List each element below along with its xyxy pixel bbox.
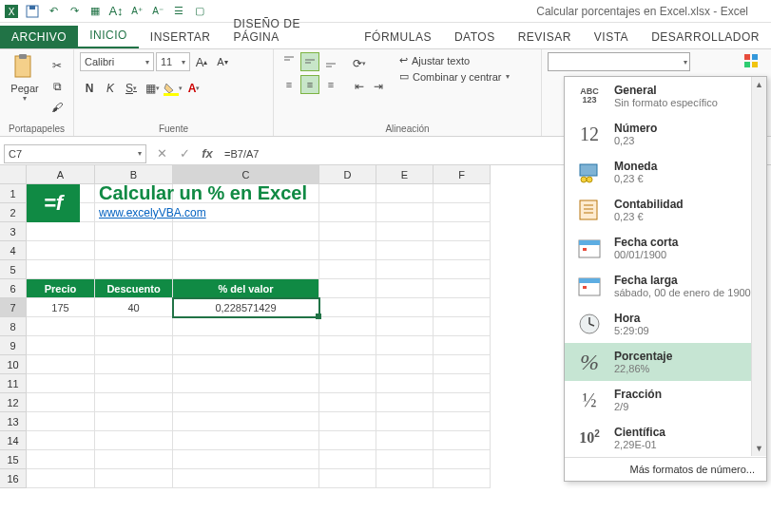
cell-B15[interactable] [95,450,173,469]
cell-F6[interactable] [434,279,491,298]
cell-B12[interactable] [95,393,173,412]
cell-F11[interactable] [434,374,491,393]
cell-F2[interactable] [434,203,491,222]
format-option-cientifica[interactable]: 102Científica2,29E-01 [565,419,766,457]
cell-B1[interactable]: Calcular un % en Excel [95,184,173,203]
cell-D4[interactable] [319,241,376,260]
format-option-general[interactable]: ABC123GeneralSin formato específico [565,77,766,115]
cell-A13[interactable] [27,412,95,431]
cell-B6[interactable]: Descuento [95,279,173,298]
row-header-8[interactable]: 8 [0,317,27,336]
cancel-formula-icon[interactable]: ✕ [150,144,173,163]
cell-D3[interactable] [319,222,376,241]
col-header-D[interactable]: D [319,165,376,184]
cell-A11[interactable] [27,374,95,393]
cell-C12[interactable] [173,393,319,412]
cell-B11[interactable] [95,374,173,393]
cell-C15[interactable] [173,450,319,469]
cell-B16[interactable] [95,469,173,488]
cell-E4[interactable] [376,241,434,260]
number-format-select[interactable]: ▾ [548,52,690,71]
cut-icon[interactable]: ✂ [48,56,67,75]
cell-A16[interactable] [27,469,95,488]
cell-A14[interactable] [27,431,95,450]
cell-A9[interactable] [27,336,95,355]
qat-icon[interactable]: ▢ [192,4,207,19]
tab-vista[interactable]: VISTA [583,26,640,48]
underline-button[interactable]: S▾ [122,79,141,98]
cell-F8[interactable] [434,317,491,336]
font-color-button[interactable]: A▾ [184,79,203,98]
format-option-porcentaje[interactable]: %Porcentaje22,86% [565,343,766,381]
qat-icon[interactable]: A⁻ [150,4,165,19]
cell-E5[interactable] [376,260,434,279]
orientation-icon[interactable]: ⟳▾ [350,54,369,73]
cell-F16[interactable] [434,469,491,488]
row-header-4[interactable]: 4 [0,241,27,260]
align-top-icon[interactable] [279,52,299,71]
row-header-12[interactable]: 12 [0,393,27,412]
align-bottom-icon[interactable] [321,52,340,71]
align-left-icon[interactable]: ≡ [279,75,299,94]
cell-E8[interactable] [376,317,434,336]
cell-B3[interactable] [95,222,173,241]
row-header-6[interactable]: 6 [0,279,27,298]
decrease-indent-icon[interactable]: ⇤ [350,77,369,96]
cell-E10[interactable] [376,355,434,374]
fx-icon[interactable]: fx [196,144,219,163]
cell-A10[interactable] [27,355,95,374]
cell-C6[interactable]: % del valor [173,279,319,298]
cell-C8[interactable] [173,317,319,336]
cell-D9[interactable] [319,336,376,355]
cell-B9[interactable] [95,336,173,355]
paste-button[interactable]: Pegar ▾ [6,52,44,122]
wrap-text-button[interactable]: ↩Ajustar texto [399,54,510,66]
cell-D13[interactable] [319,412,376,431]
cell-A8[interactable] [27,317,95,336]
qat-icon[interactable]: A⁺ [129,4,145,19]
confirm-formula-icon[interactable]: ✓ [173,144,196,163]
cell-C4[interactable] [173,241,319,260]
row-header-2[interactable]: 2 [0,203,27,222]
align-right-icon[interactable]: ≡ [321,75,340,94]
cell-D2[interactable] [319,203,376,222]
cell-F14[interactable] [434,431,491,450]
tab-diseno[interactable]: DISEÑO DE PÁGINA [222,12,353,48]
excel-icon[interactable]: X [4,4,19,19]
cell-E13[interactable] [376,412,434,431]
cell-F15[interactable] [434,450,491,469]
border-button[interactable]: ▦▾ [143,79,162,98]
cell-E2[interactable] [376,203,434,222]
cell-E9[interactable] [376,336,434,355]
cell-D15[interactable] [319,450,376,469]
more-formats-link[interactable]: Más formatos de número... [565,457,766,481]
cell-E12[interactable] [376,393,434,412]
row-header-14[interactable]: 14 [0,431,27,450]
col-header-B[interactable]: B [95,165,173,184]
row-header-13[interactable]: 13 [0,412,27,431]
qat-icon[interactable]: ▦ [87,4,103,19]
cell-C5[interactable] [173,260,319,279]
cell-C2[interactable] [173,203,319,222]
cell-C7[interactable]: 0,228571429 [173,298,319,317]
cell-C1[interactable] [173,184,319,203]
row-header-10[interactable]: 10 [0,355,27,374]
cell-D8[interactable] [319,317,376,336]
cell-F5[interactable] [434,260,491,279]
cell-A15[interactable] [27,450,95,469]
cell-D16[interactable] [319,469,376,488]
format-option-numero[interactable]: 12Número0,23 [565,115,766,153]
redo-icon[interactable]: ↷ [67,4,82,19]
cell-E14[interactable] [376,431,434,450]
format-option-fechacorta[interactable]: Fecha corta00/01/1900 [565,229,766,267]
cell-E11[interactable] [376,374,434,393]
row-header-16[interactable]: 16 [0,469,27,488]
cell-B4[interactable] [95,241,173,260]
cell-B14[interactable] [95,431,173,450]
cell-A4[interactable] [27,241,95,260]
col-header-C[interactable]: C [173,165,319,184]
copy-icon[interactable]: ⧉ [48,77,67,96]
row-header-7[interactable]: 7 [0,298,27,317]
cell-D1[interactable] [319,184,376,203]
cell-D6[interactable] [319,279,376,298]
